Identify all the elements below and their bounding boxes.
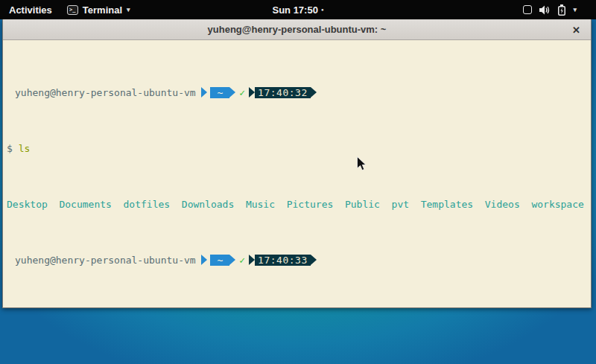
window-titlebar[interactable]: yuheng@henry-personal-ubuntu-vm: ~ ✕ [3, 19, 591, 40]
powerline-arrow-icon [229, 87, 235, 98]
command-text: ls [19, 143, 31, 154]
powerline-arrow-icon [229, 255, 235, 265]
command-line: $ ls [7, 143, 591, 154]
prompt-time-segment: 17:40:33 [255, 255, 311, 266]
powerline-arrow-icon [201, 255, 207, 265]
prompt-cwd-segment: ~ [210, 255, 229, 266]
activities-button[interactable]: Activities [0, 0, 61, 19]
notification-dot-icon: ● [321, 7, 324, 12]
terminal-app-icon: >_ [67, 5, 78, 15]
powerline-arrow-icon [311, 87, 317, 98]
clock-menu[interactable]: Sun 17:50 ● [272, 0, 323, 19]
battery-charging-icon [558, 4, 565, 16]
powerline-arrow-icon [201, 87, 207, 98]
clock-label: Sun 17:50 [272, 4, 317, 16]
status-check-icon: ✓ [235, 87, 249, 98]
terminal-window: yuheng@henry-personal-ubuntu-vm: ~ ✕ yuh… [2, 19, 592, 308]
prompt-cwd-segment: ~ [210, 87, 229, 98]
top-bar: Activities >_ Terminal ▾ Sun 17:50 ● ▾ [0, 0, 596, 19]
system-status-area[interactable]: ▾ [523, 0, 577, 19]
powerline-arrow-icon [249, 255, 255, 265]
powerline-arrow-icon [311, 255, 317, 265]
terminal-screen[interactable]: yuheng@henry-personal-ubuntu-vm ~ ✓ 17:4… [3, 40, 591, 307]
status-check-icon: ✓ [235, 255, 249, 266]
window-title: yuheng@henry-personal-ubuntu-vm: ~ [208, 24, 387, 35]
prompt-symbol: $ [7, 143, 19, 154]
close-icon[interactable]: ✕ [572, 25, 580, 34]
chevron-down-icon: ▾ [127, 6, 130, 13]
app-menu-label: Terminal [83, 4, 122, 16]
ls-output-line: Desktop Documents dotfiles Downloads Mus… [7, 199, 591, 210]
prompt-line-2: yuheng@henry-personal-ubuntu-vm ~ ✓ 17:4… [15, 255, 591, 266]
volume-icon [539, 5, 551, 15]
app-menu-terminal[interactable]: >_ Terminal ▾ [61, 0, 136, 19]
prompt-line-1: yuheng@henry-personal-ubuntu-vm ~ ✓ 17:4… [15, 87, 591, 98]
display-icon [523, 5, 532, 14]
powerline-arrow-icon [249, 87, 255, 98]
mouse-pointer-icon [357, 156, 367, 171]
prompt-user-host: yuheng@henry-personal-ubuntu-vm [15, 87, 201, 98]
system-chevron-down-icon: ▾ [573, 6, 577, 13]
prompt-time-segment: 17:40:32 [255, 87, 311, 98]
prompt-user-host: yuheng@henry-personal-ubuntu-vm [15, 255, 201, 266]
